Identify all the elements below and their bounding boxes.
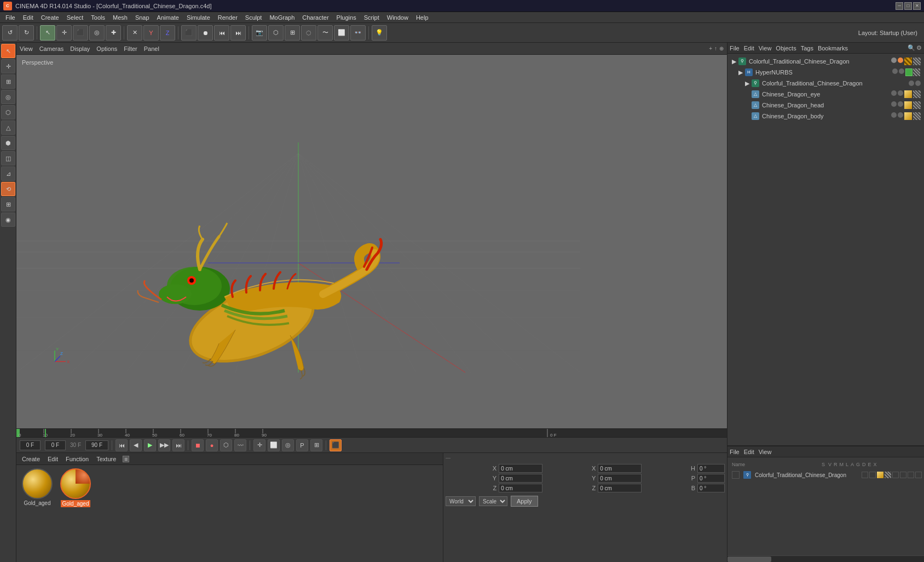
viewport-options-icon[interactable]: ⊕	[719, 45, 724, 51]
obj-vis-dot-body[interactable]	[891, 112, 897, 118]
redo-button[interactable]: ↻	[19, 25, 34, 41]
obj-vis-dot-eye[interactable]	[891, 90, 897, 96]
viewport[interactable]: Perspective	[16, 55, 727, 428]
menu-item-animate[interactable]: Animate	[154, 13, 182, 22]
lp-stitch-btn[interactable]: ◫	[1, 151, 15, 165]
world-select[interactable]: World Object	[446, 496, 476, 506]
anim-next-button[interactable]: ⏭	[230, 25, 246, 41]
obj-color-dot-root[interactable]	[898, 58, 903, 63]
lp-scale-btn[interactable]: ⊞	[1, 74, 15, 89]
motion-path-button[interactable]: 〰	[234, 439, 246, 451]
menu-item-simulate[interactable]: Simulate	[183, 13, 213, 22]
material-item-1[interactable]: Gold_aged	[20, 468, 55, 559]
mat-menu-create[interactable]: Create	[19, 455, 43, 463]
obj-menu-edit[interactable]: Edit	[744, 45, 754, 51]
current-frame-input[interactable]	[20, 440, 41, 450]
prop-object-row[interactable]: ⚲ Colorful_Traditional_Chinese_Dragon	[730, 469, 922, 480]
prop-menu-file[interactable]: File	[730, 449, 740, 455]
prop-ctrl-5[interactable]	[892, 472, 899, 478]
menu-item-file[interactable]: File	[2, 13, 19, 22]
obj-vis-dot-hypernurbs[interactable]	[892, 68, 898, 74]
lp-smooth-btn[interactable]: ◉	[1, 213, 15, 227]
obj-color-dot-dragon[interactable]	[915, 81, 921, 86]
material-item-2[interactable]: Gold_aged	[58, 468, 93, 559]
coord-ey-input[interactable]	[598, 474, 642, 483]
close-button[interactable]: ✕	[913, 2, 921, 10]
menu-item-help[interactable]: Help	[413, 13, 432, 22]
lp-magnet-btn[interactable]: ⟲	[1, 182, 15, 196]
coord-z-input[interactable]	[499, 484, 542, 492]
go-end-button[interactable]: ⏭	[172, 439, 184, 451]
lp-rotate-btn[interactable]: ◎	[1, 90, 15, 104]
frame-value-input[interactable]	[45, 440, 66, 450]
lp-bridge-btn[interactable]: ⬢	[1, 136, 15, 150]
prop-menu-edit[interactable]: Edit	[744, 449, 754, 455]
obj-menu-view[interactable]: View	[759, 45, 772, 51]
move-tool-button[interactable]: ✛	[56, 25, 72, 41]
stereo-button[interactable]: 👓	[350, 25, 366, 41]
viewport-menu-panel[interactable]: Panel	[144, 45, 159, 52]
obj-color-dot-hypernurbs[interactable]	[899, 68, 904, 74]
mat-menu-function[interactable]: Function	[62, 455, 92, 463]
mat-menu-texture[interactable]: Texture	[93, 455, 119, 463]
lp-bevel-btn[interactable]: △	[1, 121, 15, 135]
anim-prev-button[interactable]: ⏮	[214, 25, 229, 41]
menu-item-select[interactable]: Select	[63, 13, 87, 22]
record-button[interactable]: ⏹	[192, 439, 204, 451]
obj-menu-tags[interactable]: Tags	[801, 45, 813, 51]
menu-item-mesh[interactable]: Mesh	[109, 13, 131, 22]
coord-p-input[interactable]	[697, 474, 725, 483]
pivot-transport-btn[interactable]: P	[296, 439, 308, 451]
obj-row-head[interactable]: △ Chinese_Dragon_head	[730, 100, 922, 111]
minimize-button[interactable]: ─	[896, 2, 903, 10]
select-tool-button[interactable]: ↖	[40, 25, 55, 41]
tag-button[interactable]: ⊞	[285, 25, 300, 41]
menu-item-tools[interactable]: Tools	[88, 13, 108, 22]
obj-mat-eye[interactable]	[904, 90, 912, 98]
viewport-expand-icon[interactable]: +	[709, 45, 712, 51]
obj-check-hypernurbs[interactable]	[905, 68, 921, 76]
menu-item-create[interactable]: Create	[38, 13, 62, 22]
search-icon[interactable]: 🔍	[908, 44, 915, 51]
render-preview-btn[interactable]: ⬛	[330, 439, 342, 451]
lp-select-btn[interactable]: ↖	[1, 44, 15, 58]
lp-extrude-btn[interactable]: ⬡	[1, 105, 15, 119]
axis-x-button[interactable]: Y	[143, 25, 159, 41]
obj-row-body[interactable]: △ Chinese_Dragon_body	[730, 111, 922, 122]
menu-item-window[interactable]: Window	[384, 13, 412, 22]
obj-color-dot-head[interactable]	[898, 101, 903, 107]
obj-row-hypernurbs[interactable]: ▶ H HyperNURBS	[730, 67, 922, 78]
loft-button[interactable]: ⬜	[334, 25, 349, 41]
move-transport-btn[interactable]: ✛	[253, 439, 265, 451]
auto-key-button[interactable]: ●	[206, 439, 218, 451]
undo-button[interactable]: ↺	[2, 25, 18, 41]
apply-button[interactable]: Apply	[511, 496, 538, 507]
scrollbar-thumb[interactable]	[727, 557, 771, 562]
light-button[interactable]: 💡	[372, 25, 387, 41]
deformer-button[interactable]: ◌	[301, 25, 316, 41]
viewport-menu-filter[interactable]: Filter	[124, 45, 137, 52]
obj-menu-bookmarks[interactable]: Bookmarks	[818, 45, 848, 51]
menu-item-render[interactable]: Render	[215, 13, 241, 22]
prop-menu-view[interactable]: View	[759, 449, 772, 455]
coord-h-input[interactable]	[697, 464, 725, 473]
lp-move-btn[interactable]: ✛	[1, 59, 15, 73]
prop-ctrl-1[interactable]	[862, 472, 868, 478]
obj-mat-root[interactable]	[904, 58, 912, 65]
menu-item-edit[interactable]: Edit	[20, 13, 37, 22]
prop-ctrl-8[interactable]	[915, 472, 922, 478]
coord-b-input[interactable]	[697, 484, 725, 492]
lp-knife-btn[interactable]: ⊿	[1, 167, 15, 181]
object-button[interactable]: ⬡	[268, 25, 284, 41]
obj-vis-dot-dragon[interactable]	[909, 81, 914, 86]
play-button[interactable]: ▶	[144, 439, 156, 451]
coord-y-input[interactable]	[499, 474, 542, 483]
mat-menu-edit[interactable]: Edit	[44, 455, 61, 463]
obj-row-eye[interactable]: △ Chinese_Dragon_eye	[730, 89, 922, 100]
viewport-menu-display[interactable]: Display	[70, 45, 90, 52]
axis-z-button[interactable]: Z	[160, 25, 175, 41]
viewport-menu-cameras[interactable]: Cameras	[39, 45, 64, 52]
coord-ex-input[interactable]	[598, 464, 642, 473]
coord-x-input[interactable]	[499, 464, 542, 473]
prev-frame-button[interactable]: ◀	[130, 439, 142, 451]
